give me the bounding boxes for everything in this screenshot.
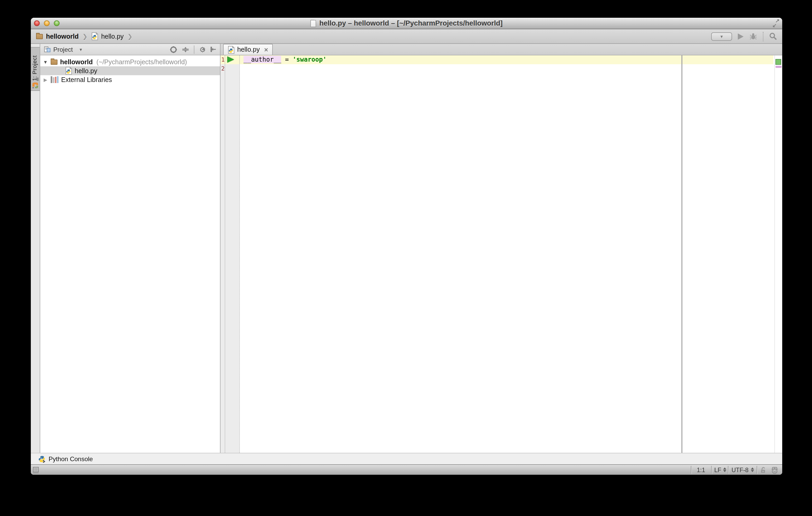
project-tab-icon: [32, 82, 39, 89]
gutter-separator: [225, 55, 225, 453]
status-separator: [728, 466, 728, 474]
caret-position[interactable]: 1:1: [691, 465, 711, 475]
project-tab-label: 1: Project: [31, 49, 38, 81]
debug-icon[interactable]: [749, 32, 757, 40]
folder-icon: [36, 34, 43, 39]
project-panel-icon: [44, 46, 51, 53]
chevron-right-icon: [127, 33, 133, 40]
expand-arrow-icon[interactable]: [43, 59, 48, 64]
tree-row-helloworld[interactable]: helloworld (~/PycharmProjects/helloworld…: [40, 57, 220, 66]
updown-arrows-icon: [723, 467, 727, 473]
header-separator: [194, 45, 195, 54]
project-panel: Project: [40, 44, 221, 453]
left-tool-strip: 1: Project: [31, 44, 40, 453]
updown-arrows-icon: [751, 467, 754, 473]
traffic-lights: [34, 20, 60, 26]
chevron-down-icon[interactable]: [80, 47, 82, 52]
minimize-window-button[interactable]: [44, 20, 50, 26]
document-icon: [310, 20, 316, 27]
python-console-icon: [38, 455, 46, 462]
run-toolbar: [711, 32, 777, 41]
run-icon[interactable]: [738, 33, 744, 39]
libraries-icon: [51, 76, 59, 83]
tree-row-hello-py[interactable]: hello.py: [40, 66, 220, 75]
close-icon[interactable]: [264, 47, 268, 53]
tab-label: hello.py: [237, 46, 260, 53]
right-margin-guide: [682, 55, 682, 453]
locate-icon[interactable]: [170, 46, 177, 53]
hector-inspector-icon[interactable]: [771, 466, 779, 474]
run-configuration-dropdown[interactable]: [711, 32, 732, 40]
chevron-down-icon: [203, 47, 205, 52]
editor-tab-bar: hello.py: [221, 44, 782, 55]
python-console-button[interactable]: Python Console: [49, 455, 93, 462]
status-separator: [757, 466, 757, 474]
tree-row-external-libraries[interactable]: External Libraries: [40, 75, 220, 84]
main-content: 1: Project Proj: [31, 44, 782, 453]
fullscreen-resize-icon[interactable]: [772, 19, 780, 27]
inspection-status-indicator[interactable]: [776, 59, 781, 65]
project-tree: helloworld (~/PycharmProjects/helloworld…: [40, 55, 220, 453]
operator-token: =: [281, 56, 293, 63]
code-editor[interactable]: 1 2 __author__ = 'swaroop': [221, 55, 782, 453]
screen: hello.py – helloworld – [~/PycharmProjec…: [0, 0, 812, 516]
status-separator: [711, 466, 712, 474]
editor-area: hello.py 1 2 __author__ = 'swaroop': [221, 44, 782, 453]
python-file-icon: [91, 32, 98, 40]
pycharm-window: hello.py – helloworld – [~/PycharmProjec…: [31, 18, 782, 475]
string-token: 'swaroop': [293, 56, 326, 63]
status-bar: 1:1 LF UTF-8: [31, 464, 782, 475]
line-number: 2: [221, 64, 225, 73]
folder-icon: [51, 60, 57, 65]
editor-gutter: [221, 55, 239, 453]
panel-title: Project: [53, 46, 73, 53]
collapsed-arrow-icon[interactable]: [43, 77, 48, 82]
breadcrumb-hello-py[interactable]: hello.py: [91, 32, 123, 40]
search-icon[interactable]: [769, 32, 777, 40]
window-title: hello.py – helloworld – [~/PycharmProjec…: [319, 19, 502, 27]
bottom-tool-bar: Python Console: [31, 453, 782, 464]
zoom-window-button[interactable]: [54, 20, 60, 26]
toggle-toolwindows-icon[interactable]: [33, 467, 39, 472]
collapse-all-icon[interactable]: [182, 46, 190, 53]
chevron-right-icon: [82, 33, 88, 40]
breadcrumb-helloworld[interactable]: helloworld: [36, 33, 79, 40]
python-file-icon: [65, 67, 72, 75]
toolbar-separator: [763, 32, 763, 41]
gear-menu[interactable]: [199, 46, 205, 53]
highlight-stripe-mark[interactable]: [776, 65, 782, 68]
line-separator-selector[interactable]: LF: [714, 465, 727, 475]
project-tool-window-tab[interactable]: 1: Project: [31, 47, 40, 91]
identifier-token: __author__: [243, 56, 281, 63]
encoding-selector[interactable]: UTF-8: [731, 465, 754, 475]
close-window-button[interactable]: [34, 20, 40, 26]
code-line-1[interactable]: __author__ = 'swaroop': [221, 55, 326, 64]
tab-hello-py[interactable]: hello.py: [223, 44, 273, 55]
python-file-icon: [228, 46, 235, 54]
hide-panel-icon[interactable]: [209, 46, 216, 53]
unlock-icon[interactable]: [760, 466, 766, 474]
project-panel-header: Project: [40, 44, 220, 55]
title-bar[interactable]: hello.py – helloworld – [~/PycharmProjec…: [31, 18, 782, 29]
gutter-separator: [239, 55, 240, 453]
error-stripe[interactable]: [774, 55, 782, 453]
navigation-bar: helloworld hello.py: [31, 29, 782, 44]
